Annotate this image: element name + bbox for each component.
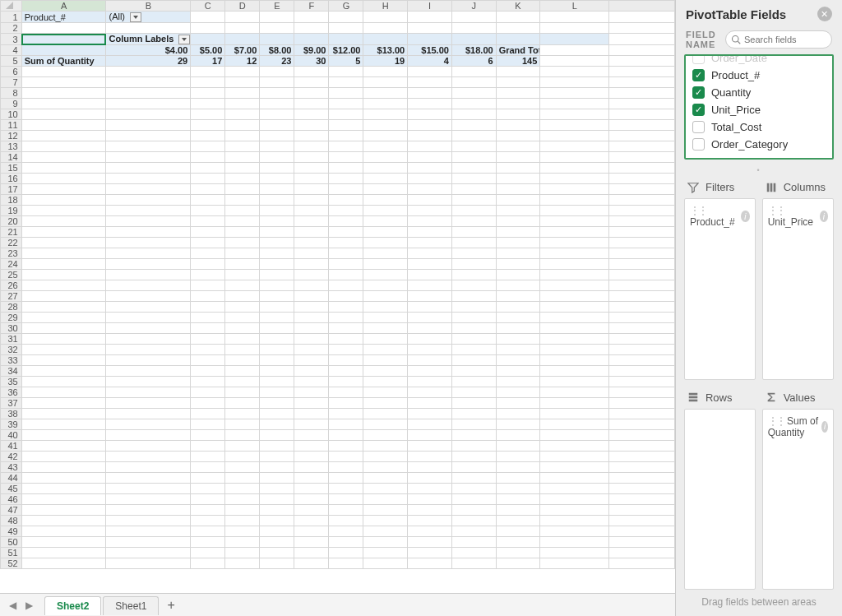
column-header[interactable]: K (496, 1, 540, 12)
cell[interactable] (609, 377, 674, 387)
cell[interactable] (496, 398, 540, 409)
zone-field-pill[interactable]: ⋮⋮ Product_#i (690, 203, 750, 229)
cell[interactable] (451, 174, 496, 184)
cell[interactable] (609, 430, 674, 441)
row-header[interactable]: 3 (1, 34, 22, 45)
cell[interactable] (496, 280, 540, 291)
cell[interactable] (408, 377, 452, 387)
cell[interactable] (225, 34, 260, 45)
row-header[interactable]: 28 (1, 302, 22, 313)
cell[interactable] (191, 248, 225, 259)
cell[interactable] (451, 67, 496, 77)
cell[interactable] (191, 494, 225, 505)
column-header[interactable]: B (106, 1, 191, 12)
cell[interactable] (540, 259, 609, 270)
row-header[interactable]: 5 (1, 56, 22, 67)
cell[interactable] (294, 280, 329, 291)
cell[interactable] (408, 227, 452, 238)
cell[interactable] (225, 291, 260, 302)
row-header[interactable]: 52 (1, 558, 22, 569)
cell[interactable] (408, 558, 452, 569)
cell[interactable] (294, 259, 329, 270)
cell[interactable] (540, 302, 609, 313)
cell[interactable] (363, 163, 408, 174)
cell[interactable] (294, 398, 329, 409)
cell[interactable] (329, 494, 363, 505)
cell[interactable] (540, 99, 609, 109)
cell[interactable] (540, 452, 609, 462)
cell[interactable] (260, 12, 294, 23)
cell[interactable] (540, 494, 609, 505)
cell[interactable] (106, 452, 191, 462)
grid[interactable]: A B C D E F G H I J K L 1Pr (0, 0, 675, 593)
cell[interactable] (21, 313, 106, 323)
cell[interactable] (363, 452, 408, 462)
cell[interactable] (329, 398, 363, 409)
field-search[interactable] (725, 30, 832, 49)
cell[interactable] (451, 430, 496, 441)
cell[interactable] (260, 280, 294, 291)
row-header[interactable]: 46 (1, 494, 22, 505)
row-header[interactable]: 50 (1, 537, 22, 548)
tab-nav-prev[interactable]: ◀ (5, 598, 20, 613)
cell[interactable] (408, 323, 452, 334)
cell[interactable] (260, 88, 294, 99)
cell[interactable] (329, 248, 363, 259)
row-header[interactable]: 4 (1, 45, 22, 56)
cell[interactable] (329, 291, 363, 302)
cell[interactable] (294, 270, 329, 280)
cell[interactable] (496, 23, 540, 34)
cell[interactable] (260, 152, 294, 163)
cell[interactable]: $13.00 (363, 45, 408, 56)
cell[interactable] (451, 505, 496, 516)
cell[interactable] (329, 334, 363, 345)
cell[interactable] (260, 216, 294, 227)
cell[interactable] (260, 259, 294, 270)
cell[interactable]: $9.00 (294, 45, 329, 56)
cell[interactable] (496, 366, 540, 377)
cell[interactable] (225, 227, 260, 238)
cell[interactable]: $5.00 (191, 45, 225, 56)
cell[interactable] (408, 259, 452, 270)
cell[interactable] (329, 430, 363, 441)
cell[interactable] (225, 12, 260, 23)
cell[interactable]: 17 (191, 56, 225, 67)
cell[interactable]: $12.00 (329, 45, 363, 56)
cell[interactable] (451, 355, 496, 366)
cell[interactable] (260, 23, 294, 34)
cell[interactable] (329, 280, 363, 291)
cell[interactable] (106, 516, 191, 526)
cell[interactable] (540, 152, 609, 163)
column-header[interactable]: H (363, 1, 408, 12)
cell[interactable] (294, 174, 329, 184)
cell[interactable] (451, 323, 496, 334)
field-checkbox[interactable] (692, 104, 705, 116)
cell[interactable] (451, 398, 496, 409)
info-icon[interactable]: i (821, 421, 828, 433)
cell[interactable] (540, 516, 609, 526)
cell[interactable] (294, 473, 329, 484)
cell[interactable] (260, 516, 294, 526)
cell[interactable] (609, 270, 674, 280)
cell[interactable] (225, 206, 260, 216)
row-header[interactable]: 2 (1, 23, 22, 34)
cell[interactable] (191, 302, 225, 313)
field-row[interactable]: Order_Date (691, 54, 827, 67)
cell[interactable]: 5 (329, 56, 363, 67)
cell[interactable] (106, 216, 191, 227)
cell[interactable] (408, 441, 452, 452)
cell[interactable] (496, 355, 540, 366)
cell[interactable] (408, 313, 452, 323)
cell[interactable] (451, 419, 496, 430)
cell[interactable] (106, 409, 191, 419)
cell[interactable] (225, 184, 260, 195)
cell[interactable] (363, 99, 408, 109)
fields-list[interactable]: Order_DateProduct_#QuantityUnit_PriceTot… (684, 54, 834, 160)
cell[interactable] (408, 12, 452, 23)
cell[interactable] (260, 227, 294, 238)
row-header[interactable]: 16 (1, 174, 22, 184)
cell[interactable] (329, 206, 363, 216)
cell[interactable] (21, 345, 106, 355)
cell[interactable] (363, 291, 408, 302)
cell[interactable] (609, 216, 674, 227)
